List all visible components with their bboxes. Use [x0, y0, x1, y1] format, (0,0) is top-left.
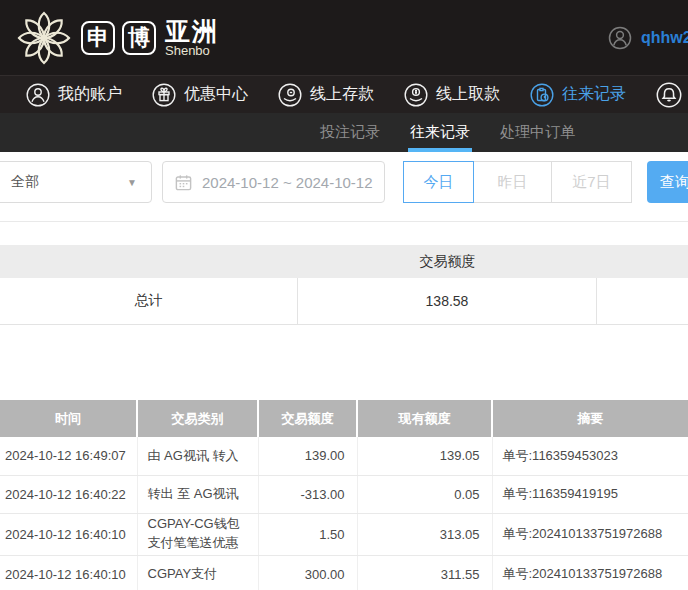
cell-time: 2024-10-12 16:40:22 [0, 475, 137, 513]
nav-item-label: 线上取款 [436, 84, 500, 105]
cell-balance: 0.05 [357, 475, 492, 513]
cell-amount: 300.00 [258, 555, 357, 590]
cell-summary: 单号:202410133751972688 [492, 513, 688, 555]
date-range-input[interactable]: 2024-10-12 ~ 2024-10-12 [162, 161, 385, 203]
cell-balance: 311.55 [357, 555, 492, 590]
nav-item-label: 线上存款 [310, 84, 374, 105]
cell-type: CGPAY支付 [137, 555, 258, 590]
yesterday-button[interactable]: 昨日 [473, 161, 552, 203]
nav-item-label: 优惠中心 [184, 84, 248, 105]
cell-amount: 139.00 [258, 437, 357, 475]
main-navigation: 我的账户 优惠中心 线上存款 线上取款 [0, 75, 688, 113]
last7days-button[interactable]: 近7日 [551, 161, 632, 203]
nav-item-promotions[interactable]: 优惠中心 [152, 83, 248, 107]
table-row: 2024-10-12 16:40:22 转出 至 AG视讯 -313.00 0.… [0, 475, 688, 513]
user-avatar-icon [608, 26, 632, 50]
table-row: 2024-10-12 16:40:10 CGPAY-CG钱包 支付笔笔送优惠 1… [0, 513, 688, 555]
nav-item-my-account[interactable]: 我的账户 [26, 83, 122, 107]
cell-type: 转出 至 AG视讯 [137, 475, 258, 513]
summary-total-row: 总计 138.58 [0, 278, 688, 325]
cell-summary: 单号:116359419195 [492, 475, 688, 513]
records-tab-bar: 投注记录 往来记录 处理中订单 [0, 113, 688, 152]
spacer [0, 222, 688, 245]
tab-label: 投注记录 [320, 123, 380, 142]
summary-column-header: 交易额度 [298, 245, 597, 278]
cell-summary: 单号:202410133751972688 [492, 555, 688, 590]
cell-balance: 313.05 [357, 513, 492, 555]
last7days-button-label: 近7日 [572, 173, 610, 192]
cell-balance: 139.05 [357, 437, 492, 475]
type-select[interactable]: 全部 ▼ [0, 161, 152, 203]
logo-region-text: 亚洲 [165, 18, 219, 44]
spacer [0, 325, 688, 400]
user-account[interactable]: qhhw2 [608, 0, 688, 75]
site-header: 申 博 亚洲 Shenbo qhhw2 [0, 0, 688, 75]
today-button-label: 今日 [424, 173, 454, 192]
summary-total-label: 总计 [0, 278, 298, 324]
column-header-amount: 交易额度 [258, 400, 357, 437]
cell-amount: -313.00 [258, 475, 357, 513]
column-header-type: 交易类别 [137, 400, 258, 437]
logo-char-bo: 博 [122, 21, 156, 55]
cell-summary: 单号:116359453023 [492, 437, 688, 475]
records-icon [530, 83, 554, 107]
yesterday-button-label: 昨日 [498, 173, 528, 192]
site-logo[interactable]: 申 博 亚洲 Shenbo [0, 8, 219, 68]
cell-type: 由 AG视讯 转入 [137, 437, 258, 475]
chevron-down-icon: ▼ [127, 177, 137, 188]
tab-betting-records[interactable]: 投注记录 [320, 113, 380, 152]
bell-icon [656, 82, 682, 108]
cell-time: 2024-10-12 16:40:10 [0, 555, 137, 590]
nav-item-transaction-records[interactable]: 往来记录 [530, 83, 626, 107]
column-header-balance: 现有额度 [357, 400, 492, 437]
table-header-row: 时间 交易类别 交易额度 现有额度 摘要 [0, 400, 688, 437]
date-range-value: 2024-10-12 ~ 2024-10-12 [202, 174, 373, 191]
tab-processing-orders[interactable]: 处理中订单 [500, 113, 575, 152]
cell-time: 2024-10-12 16:40:10 [0, 513, 137, 555]
gift-icon [152, 83, 176, 107]
nav-item-label: 我的账户 [58, 84, 122, 105]
deposit-icon [278, 83, 302, 107]
column-header-summary: 摘要 [492, 400, 688, 437]
today-button[interactable]: 今日 [403, 161, 474, 203]
nav-item-notifications[interactable] [656, 82, 682, 108]
summary-empty-cell [597, 278, 688, 324]
tab-transaction-records[interactable]: 往来记录 [410, 113, 470, 152]
search-button-label: 查询 [660, 173, 688, 192]
nav-item-online-deposit[interactable]: 线上存款 [278, 83, 374, 107]
calendar-icon [174, 173, 193, 192]
tab-label: 往来记录 [410, 123, 470, 142]
summary-header-row: 交易额度 [0, 245, 688, 278]
nav-item-online-withdrawal[interactable]: 线上取款 [404, 83, 500, 107]
username-text: qhhw2 [641, 29, 688, 47]
summary-total-value: 138.58 [298, 278, 597, 324]
cell-time: 2024-10-12 16:49:07 [0, 437, 137, 475]
transactions-table: 时间 交易类别 交易额度 现有额度 摘要 2024-10-12 16:49:07… [0, 400, 688, 590]
table-row: 2024-10-12 16:49:07 由 AG视讯 转入 139.00 139… [0, 437, 688, 475]
tab-label: 处理中订单 [500, 123, 575, 142]
logo-char-shen: 申 [81, 21, 115, 55]
withdraw-icon [404, 83, 428, 107]
table-row: 2024-10-12 16:40:10 CGPAY支付 300.00 311.5… [0, 555, 688, 590]
column-header-time: 时间 [0, 400, 137, 437]
nav-item-label: 往来记录 [562, 84, 626, 105]
cell-amount: 1.50 [258, 513, 357, 555]
search-button[interactable]: 查询 [647, 161, 688, 203]
flower-logo-icon [14, 8, 74, 68]
type-select-value: 全部 [11, 173, 39, 191]
cell-type: CGPAY-CG钱包 支付笔笔送优惠 [137, 513, 258, 555]
logo-subtitle: Shenbo [165, 44, 219, 58]
filter-bar: 全部 ▼ 2024-10-12 ~ 2024-10-12 今日 昨日 近7日 查… [0, 152, 688, 222]
user-icon [26, 83, 50, 107]
quick-date-button-group: 今日 昨日 近7日 [403, 161, 632, 203]
